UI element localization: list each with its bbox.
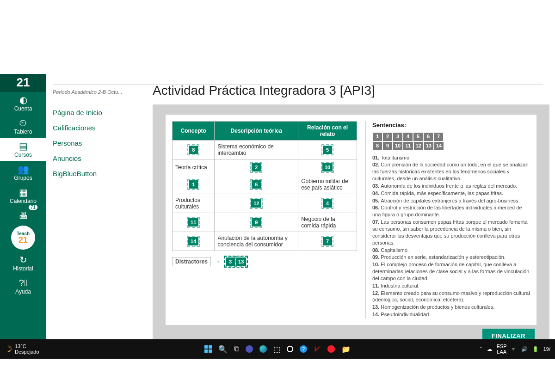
answer-chip[interactable]: 5	[323, 146, 332, 154]
opera-icon[interactable]	[327, 345, 335, 353]
answer-chip[interactable]: 10	[322, 163, 333, 172]
nav-dashboard[interactable]: ⏲ Tablero	[0, 115, 46, 138]
tray-date[interactable]: 19/	[543, 346, 550, 352]
start-icon[interactable]	[204, 345, 212, 353]
table-cell[interactable]: 10	[298, 159, 357, 175]
sentence-item: 10. El complejo proceso de formación de …	[372, 261, 530, 282]
activity-stage-wrapper: Concepto Descripción teórica Relación co…	[153, 104, 549, 350]
table-row: Teoría crítica210	[173, 159, 357, 175]
teach21-widget[interactable]: Teach 21	[11, 226, 35, 250]
answer-chip[interactable]: 14	[188, 237, 198, 245]
answer-chip[interactable]: 2	[252, 163, 261, 172]
table-cell[interactable]: 4	[298, 194, 357, 213]
taskbar-weather[interactable]: ☽ 13°C Despejado	[5, 343, 39, 355]
activity-stage: Concepto Descripción teórica Relación co…	[166, 115, 536, 325]
sentence-chip[interactable]: 4	[403, 133, 413, 141]
table-cell[interactable]: Teoría crítica	[173, 159, 215, 175]
table-cell[interactable]: Gobierno militar de ese país asiático	[298, 175, 357, 194]
answer-chip[interactable]: 12	[251, 199, 261, 208]
table-cell[interactable]: Productos culturales	[173, 194, 215, 213]
table-cell[interactable]: 8	[173, 141, 215, 159]
table-cell[interactable]: 2	[215, 159, 298, 175]
book-icon: ▤	[19, 141, 28, 151]
table-cell[interactable]: Anulación de la autonomía y conciencia d…	[215, 232, 298, 251]
sentence-chip[interactable]: 11	[403, 142, 413, 150]
sentence-list: 01. Totalitarismo.02. Comprensión de la …	[372, 154, 530, 318]
sentence-chip[interactable]: 6	[424, 133, 433, 141]
mcafee-icon[interactable]: ⩗	[314, 345, 321, 353]
sentence-chip[interactable]: 7	[434, 133, 443, 141]
answer-chip[interactable]: 11	[188, 218, 198, 227]
teams-icon[interactable]	[246, 345, 253, 353]
table-cell[interactable]: 1	[173, 175, 215, 194]
table-cell[interactable]: 6	[215, 175, 298, 194]
help-app-icon[interactable]: ?	[300, 345, 307, 353]
obs-icon[interactable]	[287, 346, 293, 352]
sentence-chip[interactable]: 14	[434, 142, 444, 150]
distractor-drop-zone[interactable]: 3 13	[224, 256, 248, 268]
wifi-icon[interactable]: ᯤ	[512, 346, 517, 352]
sentence-chip[interactable]: 13	[424, 142, 433, 150]
main-content: Actividad Práctica Integradora 3 [API3] …	[153, 74, 549, 350]
nav-help[interactable]: ?⃝ Ayuda	[0, 275, 46, 298]
sentence-item: 08. Capitalismo.	[372, 247, 530, 254]
table-cell[interactable]: 5	[298, 141, 357, 159]
nav-groups-label: Grupos	[14, 175, 32, 181]
answer-chip[interactable]: 6	[252, 180, 261, 189]
tray-lang1[interactable]: ESP	[497, 343, 507, 349]
distractor-chip[interactable]: 3	[226, 257, 235, 266]
breadcrumb[interactable]: Periodo Académico 2-B Octu...	[53, 89, 146, 95]
task-view-icon[interactable]: ⧉	[234, 345, 239, 353]
course-link-home[interactable]: Página de Inicio	[53, 105, 146, 120]
sentence-item: 09. Producción en serie, estandarización…	[372, 254, 530, 261]
nav-courses[interactable]: ▤ Cursos	[0, 138, 46, 161]
nav-groups[interactable]: 👥 Grupos	[0, 161, 46, 184]
nav-history[interactable]: ↻ Historial	[0, 251, 46, 275]
nav-inbox[interactable]: 71 🖶	[0, 207, 46, 224]
table-cell[interactable]: Negocio de la comida rápida	[298, 213, 357, 232]
nav-calendar[interactable]: ▦ Calendario	[0, 184, 46, 207]
store-icon[interactable]: ⬚	[273, 345, 280, 354]
edge-icon[interactable]	[259, 345, 267, 353]
answer-chip[interactable]: 1	[189, 180, 198, 189]
battery-icon[interactable]: 🔋	[532, 346, 539, 352]
sentence-chip[interactable]: 9	[383, 142, 392, 150]
taskbar-weather-desc: Despejado	[15, 349, 39, 355]
tray-lang2: LAA	[497, 349, 507, 355]
table-cell[interactable]: 11	[173, 213, 215, 232]
nav-account[interactable]: ◐ Cuenta	[0, 92, 46, 115]
answer-chip[interactable]: 7	[323, 237, 332, 245]
search-icon[interactable]: 🔍	[218, 345, 228, 354]
sentence-item: 13. Homogenización de productos y bienes…	[372, 304, 530, 311]
distractor-chip[interactable]: 13	[236, 257, 246, 266]
table-cell[interactable]: Sistema económico de intercambio	[215, 141, 298, 159]
sentence-chip[interactable]: 12	[414, 142, 423, 150]
sentence-chip[interactable]: 10	[393, 142, 402, 150]
course-link-people[interactable]: Personas	[53, 135, 146, 151]
table-cell[interactable]: 14	[173, 232, 215, 251]
table-cell[interactable]: 7	[298, 232, 357, 251]
course-link-bbb[interactable]: BigBlueButton	[53, 166, 146, 181]
concept-table: Concepto Descripción teórica Relación co…	[172, 121, 357, 251]
page-title: Actividad Práctica Integradora 3 [API3]	[153, 83, 549, 98]
taskbar-temp: 13°C	[15, 343, 39, 349]
table-cell[interactable]: 12	[215, 194, 298, 213]
explorer-icon[interactable]: 📁	[341, 345, 351, 354]
taskbar-tray: ˄ ☁ ESP LAA ᯤ 🔊 🔋 19/	[480, 343, 550, 355]
sentence-chip[interactable]: 5	[413, 133, 423, 141]
course-link-grades[interactable]: Calificaciones	[53, 120, 146, 135]
sentence-chip[interactable]: 1	[373, 133, 382, 141]
answer-chip[interactable]: 4	[323, 199, 332, 208]
volume-icon[interactable]: 🔊	[521, 346, 528, 352]
global-sidebar: 21 ◐ Cuenta ⏲ Tablero ▤ Cursos 👥 Grupos …	[0, 74, 46, 350]
course-link-announcements[interactable]: Anuncios	[53, 151, 146, 166]
th-relacion: Relación con el relato	[298, 122, 357, 141]
table-cell[interactable]: 9	[215, 213, 298, 232]
onedrive-icon[interactable]: ☁	[487, 346, 492, 352]
sentence-chip[interactable]: 3	[393, 133, 402, 141]
sentence-chip[interactable]: 8	[373, 142, 382, 150]
answer-chip[interactable]: 9	[252, 218, 261, 227]
answer-chip[interactable]: 8	[189, 146, 198, 154]
tray-chevron-icon[interactable]: ˄	[480, 346, 482, 352]
sentence-chip[interactable]: 2	[383, 133, 392, 141]
